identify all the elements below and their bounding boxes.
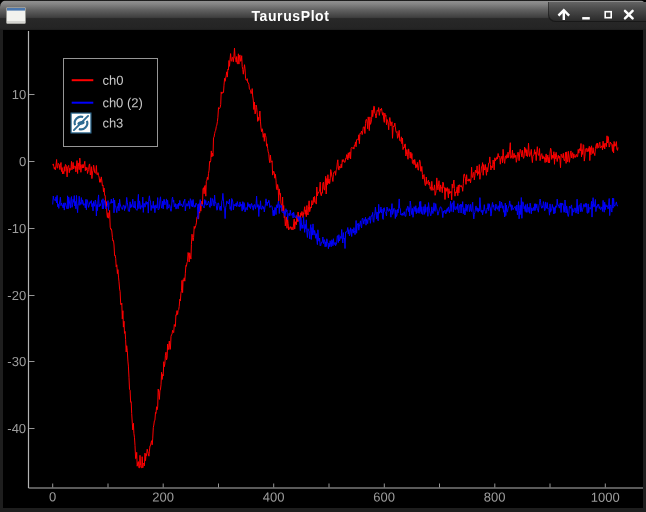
svg-text:-10: -10 xyxy=(7,221,26,236)
svg-text:400: 400 xyxy=(263,489,285,504)
svg-text:200: 200 xyxy=(152,489,174,504)
svg-text:-40: -40 xyxy=(7,421,26,436)
svg-text:0: 0 xyxy=(19,154,26,169)
svg-text:1000: 1000 xyxy=(591,490,620,505)
svg-text:ch0: ch0 xyxy=(102,73,123,88)
svg-text:10: 10 xyxy=(12,87,26,102)
svg-text:-30: -30 xyxy=(7,354,26,369)
svg-text:ch3: ch3 xyxy=(102,115,123,130)
svg-text:ch0 (2): ch0 (2) xyxy=(102,95,142,110)
svg-text:600: 600 xyxy=(373,490,395,505)
svg-text:-20: -20 xyxy=(7,288,26,303)
svg-text:0: 0 xyxy=(49,489,56,504)
svg-text:800: 800 xyxy=(484,490,506,505)
